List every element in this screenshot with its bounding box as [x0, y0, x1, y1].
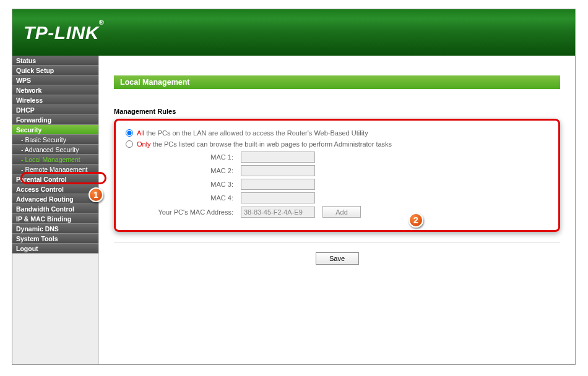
- sidebar-item-15[interactable]: Bandwidth Control: [12, 204, 98, 214]
- sidebar-item-5[interactable]: DHCP: [12, 105, 98, 115]
- radio-all[interactable]: [126, 129, 133, 137]
- callout-1: 1: [89, 187, 103, 202]
- radio-only-text: the PCs listed can browse the built-in w…: [151, 140, 392, 148]
- mac4-label: MAC 4:: [123, 194, 241, 202]
- mac3-row: MAC 3:: [123, 179, 551, 190]
- mac3-label: MAC 3:: [123, 181, 241, 188]
- header: TP-LINK®: [12, 9, 575, 56]
- mac2-row: MAC 2:: [123, 165, 551, 176]
- sidebar-item-12[interactable]: Parental Control: [12, 174, 98, 184]
- body: StatusQuick SetupWPSNetworkWirelessDHCPF…: [12, 56, 575, 364]
- radio-all-text: the PCs on the LAN are allowed to access…: [144, 129, 368, 137]
- brand-text: TP-LINK: [24, 22, 99, 43]
- mac4-row: MAC 4:: [123, 192, 551, 203]
- save-wrap: Save: [114, 252, 560, 265]
- separator: [114, 242, 560, 242]
- sidebar-item-0[interactable]: Status: [12, 56, 98, 66]
- radio-only-highlight: Only: [137, 140, 151, 148]
- radio-all-highlight: All: [137, 129, 144, 137]
- sidebar-item-17[interactable]: Dynamic DNS: [12, 224, 98, 234]
- radio-only[interactable]: [126, 140, 133, 148]
- callout-2: 2: [409, 213, 423, 228]
- app-frame: TP-LINK® StatusQuick SetupWPSNetworkWire…: [12, 9, 576, 365]
- sidebar-item-9[interactable]: - Advanced Security: [12, 145, 98, 155]
- yourmac-row: Your PC's MAC Address: Add: [123, 206, 551, 218]
- sidebar-item-19[interactable]: Logout: [12, 244, 98, 254]
- sidebar-item-13[interactable]: Access Control: [12, 184, 98, 194]
- mac4-input[interactable]: [241, 192, 315, 203]
- section-label: Management Rules: [114, 108, 560, 115]
- sidebar-item-11[interactable]: - Remote Management: [12, 164, 98, 174]
- sidebar-item-6[interactable]: Forwarding: [12, 115, 98, 125]
- radio-only-row[interactable]: Only the PCs listed can browse the built…: [126, 140, 551, 148]
- sidebar-item-2[interactable]: WPS: [12, 75, 98, 85]
- save-button[interactable]: Save: [316, 252, 359, 265]
- radio-all-row[interactable]: All the PCs on the LAN are allowed to ac…: [126, 129, 551, 137]
- sidebar-item-18[interactable]: System Tools: [12, 234, 98, 244]
- mac1-label: MAC 1:: [123, 153, 241, 161]
- sidebar-item-3[interactable]: Network: [12, 85, 98, 95]
- mac2-input[interactable]: [241, 165, 315, 176]
- rules-panel: All the PCs on the LAN are allowed to ac…: [114, 119, 560, 232]
- mac2-label: MAC 2:: [123, 167, 241, 174]
- mac3-input[interactable]: [241, 179, 315, 190]
- yourmac-input: [241, 207, 315, 218]
- sidebar-item-10[interactable]: - Local Management: [12, 155, 98, 164]
- page-title: Local Management: [114, 75, 560, 89]
- sidebar-item-7[interactable]: Security: [12, 125, 98, 135]
- sidebar-item-16[interactable]: IP & MAC Binding: [12, 214, 98, 224]
- brand-logo: TP-LINK®: [24, 22, 104, 43]
- sidebar-item-14[interactable]: Advanced Routing: [12, 194, 98, 204]
- sidebar: StatusQuick SetupWPSNetworkWirelessDHCPF…: [12, 56, 99, 364]
- content: Local Management Management Rules All th…: [99, 56, 575, 364]
- sidebar-item-8[interactable]: - Basic Security: [12, 135, 98, 145]
- add-button[interactable]: Add: [322, 206, 361, 218]
- sidebar-item-4[interactable]: Wireless: [12, 95, 98, 105]
- mac1-input[interactable]: [241, 152, 315, 163]
- sidebar-item-1[interactable]: Quick Setup: [12, 66, 98, 75]
- yourmac-label: Your PC's MAC Address:: [123, 208, 241, 216]
- mac1-row: MAC 1:: [123, 152, 551, 163]
